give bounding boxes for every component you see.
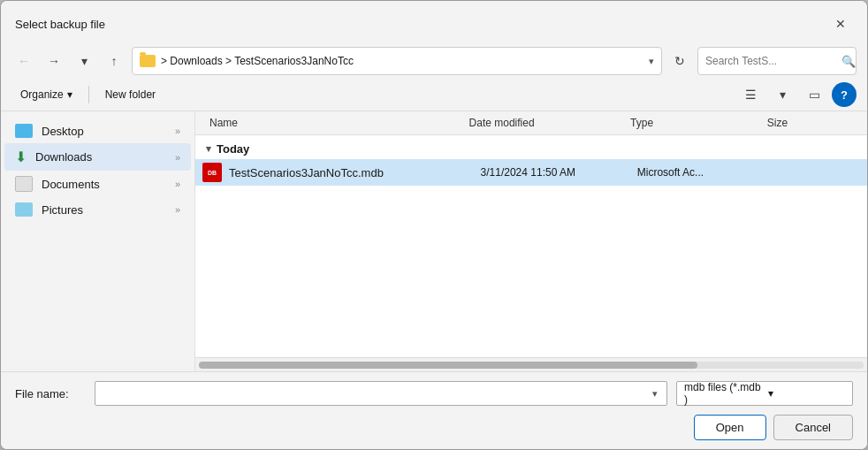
- documents-icon: [15, 176, 33, 192]
- file-type-select[interactable]: mdb files (*.mdb ) ▾: [676, 381, 853, 406]
- open-label: Open: [716, 421, 744, 434]
- file-name-label: File name:: [15, 387, 86, 400]
- pin-icon-dl: »: [175, 152, 180, 163]
- search-bar[interactable]: 🔍: [697, 47, 857, 75]
- sidebar-item-documents[interactable]: Documents »: [4, 171, 191, 197]
- sidebar-pictures-label: Pictures: [42, 203, 83, 217]
- toolbar-separator: [88, 86, 89, 103]
- file-name-input[interactable]: [101, 387, 649, 400]
- group-today[interactable]: ▾ Today: [195, 139, 867, 159]
- buttons-row: Open Cancel: [15, 415, 853, 440]
- scrollbar-thumb[interactable]: [199, 362, 697, 369]
- up-button[interactable]: ↑: [102, 49, 126, 73]
- dropdown-button[interactable]: ▾: [72, 49, 96, 73]
- file-name-input-wrap[interactable]: ▾: [95, 381, 667, 406]
- download-icon: ⬇: [15, 149, 27, 165]
- file-list: ▾ Today DB TestScenarios3JanNoTcc.mdb 3/…: [195, 135, 867, 357]
- group-chevron: ▾: [206, 143, 211, 155]
- toolbar-right: ☰ ▾ ▭ ?: [736, 82, 857, 107]
- organize-label: Organize: [20, 88, 64, 101]
- cancel-label: Cancel: [796, 421, 831, 434]
- col-type-header[interactable]: Type: [623, 111, 760, 134]
- new-folder-label: New folder: [105, 88, 156, 101]
- help-icon: ?: [841, 88, 848, 102]
- select-backup-dialog: Select backup file ✕ ← → ▾ ↑ > Downloads…: [0, 0, 868, 450]
- group-label: Today: [217, 142, 249, 156]
- view-icon: ☰: [745, 88, 757, 102]
- address-chevron[interactable]: ▾: [649, 56, 654, 67]
- desktop-icon: [15, 124, 33, 138]
- col-name-header[interactable]: Name: [202, 111, 462, 134]
- file-type-label: mdb files (*.mdb ): [684, 381, 761, 406]
- file-type-dropdown-icon: ▾: [768, 387, 845, 400]
- help-button[interactable]: ?: [832, 82, 857, 107]
- main-content: Desktop » ⬇ Downloads » Documents » Pict…: [1, 111, 867, 371]
- sidebar-desktop-label: Desktop: [42, 125, 84, 138]
- toolbar: Organize ▾ New folder ☰ ▾ ▭ ?: [1, 79, 867, 111]
- open-button[interactable]: Open: [694, 415, 766, 440]
- refresh-button[interactable]: ↻: [667, 49, 692, 73]
- view-list-button[interactable]: ☰: [736, 82, 765, 107]
- scrollbar-track: [199, 362, 864, 369]
- file-type-cell: Microsoft Ac...: [630, 166, 763, 179]
- file-name-cell: TestScenarios3JanNoTcc.mdb: [222, 166, 474, 179]
- cancel-button[interactable]: Cancel: [773, 415, 853, 440]
- table-row[interactable]: DB TestScenarios3JanNoTcc.mdb 3/11/2024 …: [195, 159, 867, 186]
- col-size-header[interactable]: Size: [760, 111, 860, 134]
- layout-icon: ▭: [809, 88, 820, 102]
- back-button[interactable]: ←: [11, 49, 36, 73]
- address-text: > Downloads > TestScenarios3JanNoTcc: [161, 55, 643, 67]
- title-bar: Select backup file ✕: [1, 1, 867, 43]
- view-dropdown-icon: ▾: [780, 88, 786, 102]
- organize-button[interactable]: Organize ▾: [11, 85, 81, 104]
- sidebar: Desktop » ⬇ Downloads » Documents » Pict…: [1, 111, 195, 371]
- new-folder-button[interactable]: New folder: [96, 85, 164, 104]
- horizontal-scrollbar[interactable]: [195, 357, 867, 371]
- file-list-area: Name Date modified Type Size ▾ Today DB …: [195, 111, 867, 371]
- organize-arrow: ▾: [67, 88, 72, 101]
- pin-icon: »: [175, 126, 180, 136]
- file-list-header: Name Date modified Type Size: [195, 111, 867, 135]
- sidebar-item-pictures[interactable]: Pictures »: [4, 197, 191, 222]
- nav-bar: ← → ▾ ↑ > Downloads > TestScenarios3JanN…: [1, 43, 867, 79]
- search-icon: 🔍: [841, 55, 856, 68]
- view-dropdown-button[interactable]: ▾: [768, 82, 796, 107]
- dialog-title: Select backup file: [15, 18, 105, 31]
- sidebar-item-desktop[interactable]: Desktop »: [4, 118, 191, 143]
- pictures-icon: [15, 202, 33, 217]
- forward-button[interactable]: →: [42, 49, 66, 73]
- col-date-header[interactable]: Date modified: [462, 111, 624, 134]
- search-input[interactable]: [705, 55, 838, 67]
- mdb-file-icon: DB: [202, 163, 222, 182]
- pin-icon-pic: »: [175, 204, 180, 215]
- sidebar-item-downloads[interactable]: ⬇ Downloads »: [4, 143, 191, 171]
- sidebar-downloads-label: Downloads: [35, 150, 92, 164]
- sidebar-documents-label: Documents: [42, 178, 100, 191]
- file-date-cell: 3/11/2024 11:50 AM: [474, 166, 630, 179]
- close-button[interactable]: ✕: [828, 11, 853, 36]
- folder-icon: [140, 55, 156, 67]
- layout-button[interactable]: ▭: [800, 82, 828, 107]
- file-name-dropdown-icon[interactable]: ▾: [649, 388, 661, 400]
- file-name-row: File name: ▾ mdb files (*.mdb ) ▾: [15, 381, 853, 406]
- address-bar[interactable]: > Downloads > TestScenarios3JanNoTcc ▾: [132, 47, 662, 75]
- pin-icon-docs: »: [175, 179, 180, 189]
- bottom-bar: File name: ▾ mdb files (*.mdb ) ▾ Open C…: [1, 371, 867, 449]
